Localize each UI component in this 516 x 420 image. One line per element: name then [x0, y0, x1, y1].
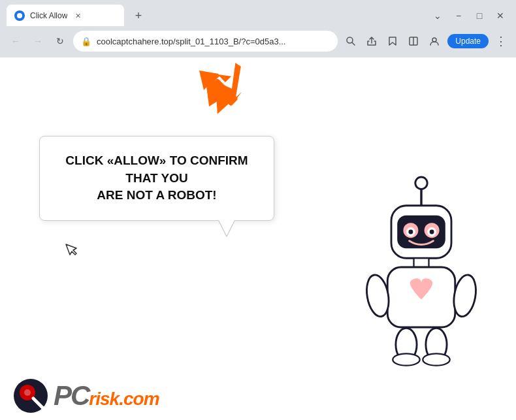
cursor-icon — [65, 244, 77, 261]
speech-bubble: CLICK «ALLOW» TO CONFIRM THAT YOU ARE NO… — [39, 136, 274, 221]
new-tab-button[interactable]: + — [129, 7, 148, 25]
svg-point-5 — [432, 38, 436, 42]
svg-point-28 — [393, 353, 419, 365]
chevron-down-icon[interactable]: ⌄ — [431, 10, 444, 21]
update-button[interactable]: Update — [447, 34, 489, 48]
refresh-button[interactable]: ↻ — [51, 32, 69, 50]
toolbar-icons — [342, 32, 443, 50]
minimize-button[interactable]: − — [452, 10, 465, 21]
browser-window: Click Allow ✕ + ⌄ − □ ✕ ← → ↻ 🔒 coolcapt… — [0, 0, 516, 420]
robot-illustration — [346, 172, 496, 381]
back-button[interactable]: ← — [7, 32, 25, 50]
split-view-icon-button[interactable] — [404, 32, 423, 50]
svg-point-20 — [408, 230, 413, 234]
tab-title: Click Allow — [30, 11, 67, 20]
svg-point-29 — [423, 353, 449, 365]
menu-dots-button[interactable]: ⋮ — [492, 34, 509, 48]
page-content: CLICK «ALLOW» TO CONFIRM THAT YOU ARE NO… — [0, 57, 516, 420]
address-bar[interactable]: 🔒 coolcaptchahere.top/split_01_1103_B/?c… — [73, 31, 338, 52]
window-controls: ⌄ − □ ✕ — [431, 10, 509, 21]
svg-point-21 — [430, 230, 434, 234]
search-icon-button[interactable] — [342, 32, 360, 50]
tab-close-button[interactable]: ✕ — [73, 10, 83, 21]
svg-rect-10 — [210, 78, 238, 106]
title-bar: Click Allow ✕ + ⌄ − □ ✕ — [0, 0, 516, 26]
toolbar: ← → ↻ 🔒 coolcaptchahere.top/split_01_110… — [0, 26, 516, 57]
tab-favicon-icon — [14, 10, 25, 21]
svg-marker-2 — [389, 37, 396, 45]
svg-point-32 — [24, 389, 31, 396]
click-allow-arrow — [193, 61, 258, 126]
bubble-text: CLICK «ALLOW» TO CONFIRM THAT YOU ARE NO… — [58, 152, 255, 204]
bookmark-icon-button[interactable] — [383, 32, 402, 50]
lock-icon: 🔒 — [81, 37, 91, 46]
logo-text: PC risk.com — [54, 380, 159, 412]
maximize-button[interactable]: □ — [473, 10, 486, 21]
share-icon-button[interactable] — [363, 32, 381, 50]
browser-tab[interactable]: Click Allow ✕ — [7, 5, 124, 27]
forward-button[interactable]: → — [29, 32, 47, 50]
url-text: coolcaptchahere.top/split_01_1103_B/?c=0… — [97, 37, 330, 46]
svg-line-1 — [352, 42, 355, 45]
pcrisk-logo: PC risk.com — [13, 378, 159, 413]
svg-rect-22 — [414, 258, 429, 267]
close-button[interactable]: ✕ — [494, 10, 507, 21]
svg-point-13 — [415, 177, 427, 189]
profile-icon-button[interactable] — [425, 32, 443, 50]
pc-logo-icon — [13, 378, 48, 413]
